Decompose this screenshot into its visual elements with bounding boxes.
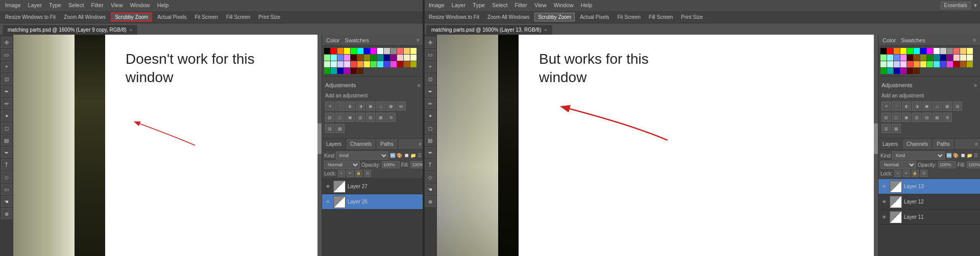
swatch-000000[interactable] xyxy=(324,48,330,54)
right-blendmode-select[interactable]: Normal xyxy=(880,161,916,169)
right-menu-image[interactable]: Image xyxy=(426,2,448,9)
right-clone-tool[interactable]: ✦ xyxy=(425,110,436,121)
left-document-tab[interactable]: matching parts.psd @ 1600% (Layer 9 copy… xyxy=(2,24,138,35)
swatch-000000[interactable] xyxy=(880,48,887,54)
swatch-888800[interactable] xyxy=(920,55,926,61)
right-layers-tab[interactable]: Layers xyxy=(878,139,902,149)
right-lock-pixel-icon[interactable]: ✏ xyxy=(903,170,910,177)
adj-channels-icon[interactable]: ▧ xyxy=(325,113,334,122)
swatch-ccffff[interactable] xyxy=(887,61,893,67)
right-channels-tab[interactable]: Channels xyxy=(902,139,933,149)
swatch-00ffff[interactable] xyxy=(357,48,363,54)
swatch-ffee44[interactable] xyxy=(920,61,926,67)
adj-threshold-icon[interactable]: ▥ xyxy=(356,113,365,122)
adj-photo-icon[interactable]: ▤ xyxy=(397,101,406,111)
swatch-00ffff[interactable] xyxy=(914,48,920,54)
left-tab-close[interactable]: × xyxy=(130,28,132,33)
right-hand-tool[interactable]: ☚ xyxy=(425,184,436,195)
swatch-00aa00[interactable] xyxy=(880,68,887,74)
select-tool[interactable]: ▭ xyxy=(1,49,12,60)
left-layer-26[interactable]: 👁 Layer 26 xyxy=(322,194,424,210)
left-blendmode-select[interactable]: Normal xyxy=(324,161,360,169)
swatch-ffeecc[interactable] xyxy=(960,55,966,61)
menu-help[interactable]: Help xyxy=(154,2,172,9)
right-layer12-eye-icon[interactable]: 👁 xyxy=(880,198,888,206)
swatch-550000[interactable] xyxy=(907,68,913,74)
left-panel-menu-btn[interactable]: ≡ xyxy=(416,37,420,43)
right-adj-hsl-icon[interactable]: ▣ xyxy=(922,101,932,111)
adj-grid-icon[interactable]: ⊞ xyxy=(386,113,396,122)
swatch-ee44ee[interactable] xyxy=(947,61,953,67)
swatch-6688ff[interactable] xyxy=(337,55,344,61)
menu-window[interactable]: Window xyxy=(127,2,153,9)
right-lasso-tool[interactable]: ⌖ xyxy=(425,61,436,72)
right-kind-select[interactable]: Kind xyxy=(892,151,945,160)
menu-type[interactable]: Type xyxy=(46,2,64,9)
swatch-ff0000[interactable] xyxy=(887,48,893,54)
adj-bw-icon[interactable]: ▦ xyxy=(386,101,396,111)
swatch-000088[interactable] xyxy=(940,55,946,61)
swatch-0000ff[interactable] xyxy=(364,48,370,54)
pen-tool[interactable]: ✒ xyxy=(1,147,12,158)
crop-tool[interactable]: ⊡ xyxy=(1,73,12,85)
swatch-ff4444[interactable] xyxy=(351,61,357,67)
left-lock-position-icon[interactable]: ⊹ xyxy=(338,170,345,177)
swatch-ff88ff[interactable] xyxy=(344,55,350,61)
swatch-440000[interactable] xyxy=(907,55,913,61)
right-opacity-input[interactable] xyxy=(938,161,956,168)
right-gradient-tool[interactable]: ▤ xyxy=(425,135,436,146)
right-menu-layer[interactable]: Layer xyxy=(449,2,469,9)
swatch-00aa00[interactable] xyxy=(324,68,330,74)
scrubby-zoom-btn[interactable]: Scrubby Zoom xyxy=(111,12,152,22)
right-adj-gradient-icon[interactable]: ▤ xyxy=(922,113,932,122)
zoom-all-windows-btn[interactable]: Zoom All Windows xyxy=(61,13,109,21)
swatch-4444ee[interactable] xyxy=(940,61,946,67)
right-print-size-btn[interactable]: Print Size xyxy=(678,13,706,21)
adj-curves-icon[interactable]: ◝ xyxy=(335,101,345,111)
left-lock-all-icon[interactable]: 🔒 xyxy=(355,170,362,177)
right-vertical-scrollbar[interactable] xyxy=(874,35,878,256)
right-menu-type[interactable]: Type xyxy=(470,2,488,9)
right-select-tool[interactable]: ▭ xyxy=(425,49,436,60)
eraser-tool[interactable]: ◻ xyxy=(1,122,12,134)
right-zoom-tool[interactable]: ⊕ xyxy=(425,196,436,207)
swatch-ff00ff[interactable] xyxy=(371,48,377,54)
right-adj-levels-icon[interactable]: ▥ xyxy=(881,124,891,133)
swatch-aa00aa[interactable] xyxy=(344,68,350,74)
swatch-884400[interactable] xyxy=(914,55,920,61)
clone-tool[interactable]: ✦ xyxy=(1,110,12,121)
right-brush-tool[interactable]: ✏ xyxy=(425,98,436,109)
swatch-0000aa[interactable] xyxy=(894,68,900,74)
right-adj-channels-icon[interactable]: ▧ xyxy=(881,113,891,122)
adj-hsl-icon[interactable]: ▣ xyxy=(366,101,375,111)
swatch-aa5500[interactable] xyxy=(404,61,410,67)
left-canvas-area[interactable]: Doesn't work for this window xyxy=(13,35,322,256)
swatch-ffeecc[interactable] xyxy=(404,55,410,61)
swatch-000088[interactable] xyxy=(384,55,390,61)
right-zoom-all-windows-btn[interactable]: Zoom All Windows xyxy=(484,13,532,21)
swatch-888888[interactable] xyxy=(947,48,953,54)
eyedropper-tool[interactable]: ✒ xyxy=(1,86,12,97)
right-crop-tool[interactable]: ⊡ xyxy=(425,73,436,85)
swatch-ff8000[interactable] xyxy=(894,48,900,54)
swatch-ff8000[interactable] xyxy=(337,48,344,54)
adj-vibrance-icon[interactable]: ◑ xyxy=(356,101,365,111)
swatch-ffffcc[interactable] xyxy=(967,55,973,61)
right-document-tab[interactable]: matching parts.psd @ 1600% (Layer 13, RG… xyxy=(426,24,553,35)
swatch-00aaaa[interactable] xyxy=(331,68,337,74)
swatch-ffff00[interactable] xyxy=(344,48,350,54)
right-menu-filter[interactable]: Filter xyxy=(512,2,530,9)
adj-posterize-icon[interactable]: ▣ xyxy=(346,113,355,122)
swatch-008800[interactable] xyxy=(927,55,933,61)
swatch-ffffff[interactable] xyxy=(377,48,383,54)
swatch-aa5500[interactable] xyxy=(960,61,966,67)
left-layer-27[interactable]: 👁 Layer 27 xyxy=(322,179,424,194)
right-layers-menu[interactable]: ≡ xyxy=(975,141,980,147)
move-tool[interactable]: ✣ xyxy=(1,37,12,48)
left-layers-tab[interactable]: Layers xyxy=(322,139,346,149)
swatch-cccccc[interactable] xyxy=(940,48,946,54)
swatch-88ffff[interactable] xyxy=(331,55,337,61)
right-layer-12[interactable]: 👁 Layer 12 xyxy=(878,194,980,210)
swatch-ccffff[interactable] xyxy=(331,61,337,67)
swatch-ffff88[interactable] xyxy=(967,48,973,54)
